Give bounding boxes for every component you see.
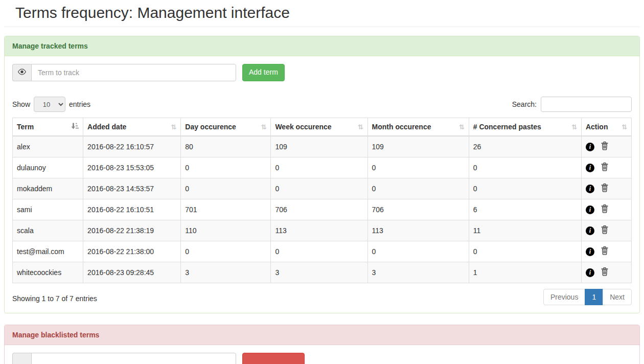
pagination-previous[interactable]: Previous xyxy=(543,289,585,305)
table-cell-day: 110 xyxy=(181,220,271,241)
sort-icon: ⇅ xyxy=(358,123,363,131)
table-cell-month: 0 xyxy=(367,157,469,178)
table-body: alex2016-08-22 16:10:578010910926idulaun… xyxy=(13,136,632,283)
info-icon[interactable]: i xyxy=(586,206,594,214)
table-cell-pastes: 0 xyxy=(469,178,581,199)
trash-icon[interactable] xyxy=(601,163,608,173)
column-header-added-date[interactable]: Added date ⇅ xyxy=(83,118,181,136)
table-cell-month: 0 xyxy=(367,241,469,262)
sort-icon: ⇅ xyxy=(171,123,176,131)
table-cell-pastes: 6 xyxy=(469,199,581,220)
search-input[interactable] xyxy=(541,97,632,112)
table-row: sami2016-08-22 16:10:517017067066i xyxy=(13,199,632,220)
page-container: Terms frequency: Management interface Ma… xyxy=(4,4,640,364)
add-term-button[interactable]: Add term xyxy=(242,64,285,81)
table-header-row: Term Added date xyxy=(13,118,632,136)
table-cell-week: 0 xyxy=(271,241,367,262)
info-icon[interactable]: i xyxy=(586,143,594,151)
table-cell-term: whitecoockies xyxy=(13,262,83,283)
table-cell-week: 0 xyxy=(271,157,367,178)
trash-icon[interactable] xyxy=(601,184,608,194)
table-cell-week: 0 xyxy=(271,178,367,199)
table-cell-pastes: 26 xyxy=(469,136,581,157)
table-cell-day: 701 xyxy=(181,199,271,220)
table-cell-week: 113 xyxy=(271,220,367,241)
info-icon[interactable]: i xyxy=(586,185,594,193)
show-label: Show xyxy=(12,100,30,108)
table-row: test@mail.com2016-08-22 21:38:000000i xyxy=(13,241,632,262)
trash-icon[interactable] xyxy=(601,204,608,215)
table-cell-action: i xyxy=(581,241,631,262)
table-cell-week: 109 xyxy=(271,136,367,157)
info-icon[interactable]: i xyxy=(586,247,594,256)
tracked-terms-panel: Manage tracked terms Add term xyxy=(4,36,640,313)
table-cell-action: i xyxy=(581,220,631,241)
column-header-day-occurence[interactable]: Day occurence ⇅ xyxy=(181,118,271,136)
page-length-control: Show 10 entries xyxy=(12,97,90,112)
pagination-page-1[interactable]: 1 xyxy=(585,289,603,305)
entries-label: entries xyxy=(69,100,90,108)
term-input-group xyxy=(12,64,236,81)
trash-icon[interactable] xyxy=(601,267,608,278)
info-icon[interactable]: i xyxy=(586,268,594,277)
table-row: alex2016-08-22 16:10:578010910926i xyxy=(13,136,632,157)
sort-icon: ⇅ xyxy=(571,123,577,131)
sort-icon: ⇅ xyxy=(261,123,267,131)
table-cell-added: 2016-08-23 09:28:45 xyxy=(83,262,181,283)
title-divider xyxy=(4,27,640,27)
table-cell-month: 109 xyxy=(367,136,469,157)
trash-icon[interactable] xyxy=(601,142,608,152)
column-header-month-occurence[interactable]: Month occurence ⇅ xyxy=(367,118,469,136)
table-cell-term: scala xyxy=(13,220,83,241)
table-cell-day: 3 xyxy=(181,262,271,283)
trash-icon[interactable] xyxy=(601,246,608,257)
tracked-terms-table: Term Added date xyxy=(12,118,632,283)
table-cell-action: i xyxy=(581,157,631,178)
table-cell-week: 706 xyxy=(271,199,367,220)
table-cell-term: mokaddem xyxy=(13,178,83,199)
column-header-concerned-pastes[interactable]: # Concerned pastes ⇅ xyxy=(469,118,581,136)
datatable-controls: Show 10 entries Search: xyxy=(12,97,632,112)
table-cell-term: sami xyxy=(13,199,83,220)
blacklist-term-input[interactable] xyxy=(31,353,236,364)
table-row: dulaunoy2016-08-23 15:53:050000i xyxy=(13,157,632,178)
eye-icon xyxy=(17,69,27,77)
table-cell-action: i xyxy=(581,199,631,220)
tracked-terms-panel-header: Manage tracked terms xyxy=(5,36,639,56)
blacklisted-terms-panel-body xyxy=(5,345,639,364)
page-length-select[interactable]: 10 xyxy=(34,97,65,112)
sort-asc-icon xyxy=(72,123,79,131)
table-info: Showing 1 to 7 of 7 entries xyxy=(12,291,97,303)
column-header-week-occurence[interactable]: Week occurence ⇅ xyxy=(271,118,367,136)
search-control: Search: xyxy=(512,97,632,112)
trash-icon[interactable] xyxy=(601,225,608,236)
blacklist-input-addon xyxy=(12,353,31,364)
page-title: Terms frequency: Management interface xyxy=(15,4,640,21)
table-cell-pastes: 1 xyxy=(469,262,581,283)
add-term-form: Add term xyxy=(12,64,632,81)
table-row: whitecoockies2016-08-23 09:28:453331i xyxy=(13,262,632,283)
blacklist-term-button[interactable] xyxy=(242,353,305,364)
table-cell-month: 706 xyxy=(367,199,469,220)
term-to-track-input[interactable] xyxy=(31,64,236,81)
pagination-next[interactable]: Next xyxy=(603,289,632,305)
term-input-addon xyxy=(12,64,31,81)
table-cell-pastes: 0 xyxy=(469,241,581,262)
table-cell-day: 0 xyxy=(181,241,271,262)
info-icon[interactable]: i xyxy=(586,226,594,235)
table-cell-pastes: 0 xyxy=(469,157,581,178)
column-header-action[interactable]: Action ⇅ xyxy=(581,118,631,136)
table-cell-term: test@mail.com xyxy=(13,241,83,262)
table-cell-term: alex xyxy=(13,136,83,157)
table-cell-day: 0 xyxy=(181,178,271,199)
info-icon[interactable]: i xyxy=(586,164,594,172)
table-cell-month: 113 xyxy=(367,220,469,241)
sort-icon: ⇅ xyxy=(622,123,627,131)
datatable-footer: Showing 1 to 7 of 7 entries Previous 1 N… xyxy=(12,289,632,305)
column-header-term[interactable]: Term xyxy=(13,118,83,136)
table-cell-day: 0 xyxy=(181,157,271,178)
table-cell-added: 2016-08-23 14:53:57 xyxy=(83,178,181,199)
table-cell-added: 2016-08-23 15:53:05 xyxy=(83,157,181,178)
blacklist-input-group xyxy=(12,353,236,364)
blacklisted-terms-panel: Manage blacklisted terms xyxy=(4,325,640,364)
